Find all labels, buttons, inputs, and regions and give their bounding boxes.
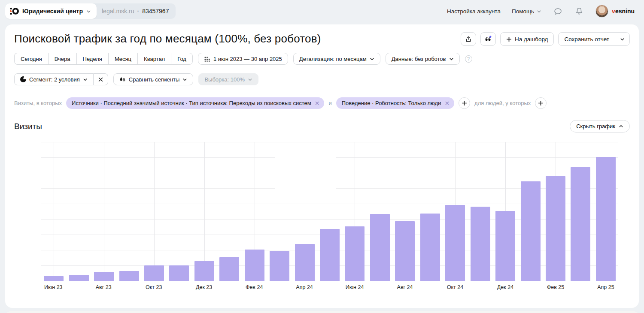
chart-bar-slot[interactable]: [543, 142, 568, 281]
data-mode-dropdown[interactable]: Данные: без роботов: [386, 53, 460, 65]
bar-Окт 24[interactable]: [445, 205, 465, 281]
plus-icon: [462, 100, 467, 106]
x-tick-label: Июн 24: [342, 284, 367, 290]
separator-dot: ·: [137, 8, 139, 15]
chart-bar-slot[interactable]: [342, 142, 367, 281]
plus-icon: [506, 36, 512, 42]
chart-bar-slot[interactable]: [242, 142, 267, 281]
ai-sparkle-icon: [484, 35, 492, 43]
bar-Июл 24[interactable]: [370, 214, 390, 281]
help-question-icon[interactable]: ?: [465, 55, 472, 63]
ai-assistant-button[interactable]: [480, 32, 496, 46]
tab-quarter[interactable]: Квартал: [137, 53, 171, 65]
chart-bar-slot[interactable]: [468, 142, 492, 281]
segment-dropdown[interactable]: Сегмент: 2 условия: [14, 73, 94, 85]
chevron-down-icon: [370, 57, 374, 61]
x-tick-label: [367, 284, 392, 290]
help-menu[interactable]: Помощь: [512, 8, 541, 15]
bar-Янв 25[interactable]: [521, 181, 541, 281]
bar-Май 24[interactable]: [320, 229, 340, 281]
chart-bar-slot[interactable]: [66, 142, 91, 281]
bar-Дек 23[interactable]: [194, 261, 214, 281]
bar-Июл 23[interactable]: [69, 275, 89, 281]
bar-Дек 24[interactable]: [495, 211, 515, 281]
chart-blank-area: [275, 153, 336, 189]
add-to-dashboard-button[interactable]: На дашборд: [500, 32, 554, 46]
chart-bar-slot[interactable]: [167, 142, 191, 281]
chart-bar-slot[interactable]: [192, 142, 217, 281]
tab-month[interactable]: Месяц: [108, 53, 137, 65]
x-tick-label: [568, 284, 593, 290]
chart-bar-slot[interactable]: [91, 142, 116, 281]
bar-Авг 24[interactable]: [395, 221, 415, 281]
bar-Окт 23[interactable]: [144, 265, 164, 281]
account-settings-link[interactable]: Настройка аккаунта: [447, 8, 501, 15]
bar-Ноя 23[interactable]: [169, 265, 189, 281]
tab-today[interactable]: Сегодня: [14, 53, 48, 65]
sampling-dropdown[interactable]: Выборка: 100%: [198, 73, 258, 85]
bar-Сен 24[interactable]: [420, 214, 440, 281]
bar-Сен 23[interactable]: [119, 271, 139, 281]
filter-chip-source[interactable]: Источники · Последний значимый источник …: [66, 97, 324, 109]
chart-x-axis-labels: Июн 23Авг 23Окт 23Дек 23Фев 24Апр 24Июн …: [41, 284, 618, 290]
date-range-picker[interactable]: 1 июн 2023 — 30 апр 2025: [198, 53, 288, 65]
chevron-down-icon: [449, 57, 454, 61]
export-button[interactable]: [461, 32, 476, 46]
chart-plot[interactable]: [41, 142, 618, 281]
x-tick-label: Апр 25: [593, 284, 618, 290]
bar-Июн 23[interactable]: [44, 276, 64, 281]
conjunction-label: и: [328, 100, 331, 106]
filter-chip-robots[interactable]: Поведение · Роботность: Только люди ✕: [336, 97, 454, 109]
remove-filter-icon[interactable]: ✕: [315, 100, 320, 107]
counter-selector[interactable]: Юридический центр: [5, 3, 97, 19]
bar-Янв 24[interactable]: [219, 257, 239, 281]
top-bar: Юридический центр legal.msk.ru · 8345796…: [0, 0, 644, 22]
chart-bar-slot[interactable]: [443, 142, 468, 281]
bar-Фев 25[interactable]: [546, 176, 565, 281]
compare-segments-dropdown[interactable]: Сравнить сегменты: [113, 73, 194, 85]
chart-bar-slot[interactable]: [217, 142, 242, 281]
x-tick-label: [317, 284, 342, 290]
clear-segment-button[interactable]: [94, 73, 108, 85]
remove-filter-icon[interactable]: ✕: [444, 100, 450, 107]
chart-bar-slot[interactable]: [392, 142, 417, 281]
bar-Мар 25[interactable]: [571, 167, 590, 281]
chart-bar-slot[interactable]: [368, 142, 392, 281]
bar-Мар 24[interactable]: [270, 251, 289, 281]
droplets-icon: [119, 76, 126, 83]
bar-Ноя 24[interactable]: [471, 207, 490, 281]
chart-bar-slot[interactable]: [493, 142, 518, 281]
chevron-down-icon: [537, 9, 541, 14]
tab-week[interactable]: Неделя: [76, 53, 108, 65]
x-tick-label: [216, 284, 241, 290]
add-visit-filter-button[interactable]: [459, 97, 470, 109]
page-title: Поисковой трафик за год по месяцам (100%…: [14, 32, 321, 45]
notifications-bell-icon[interactable]: [574, 6, 584, 16]
bar-Авг 23[interactable]: [94, 272, 114, 281]
save-report-button[interactable]: Сохранить отчет: [558, 32, 615, 46]
period-tabs: Сегодня Вчера Неделя Месяц Квартал Год: [14, 53, 193, 65]
chart-bar-slot[interactable]: [418, 142, 443, 281]
x-tick-label: [417, 284, 442, 290]
chart-bar-slot[interactable]: [593, 142, 618, 281]
save-report-dropdown[interactable]: [615, 32, 630, 46]
tab-year[interactable]: Год: [171, 53, 193, 65]
chat-bubble-icon[interactable]: [553, 6, 563, 16]
chart-bar-slot[interactable]: [116, 142, 141, 281]
add-user-filter-button[interactable]: [535, 97, 547, 109]
user-menu[interactable]: vesninu: [595, 5, 635, 18]
detalization-dropdown[interactable]: Детализация: по месяцам: [293, 53, 380, 65]
bar-Апр 24[interactable]: [295, 244, 315, 281]
report-card: Поисковой трафик за год по месяцам (100%…: [5, 24, 639, 308]
bar-Апр 25[interactable]: [596, 157, 616, 281]
chart-bar-slot[interactable]: [568, 142, 593, 281]
chart-bar-slot[interactable]: [142, 142, 167, 281]
chart-bar-slot[interactable]: [518, 142, 543, 281]
hide-chart-button[interactable]: Скрыть график: [570, 120, 630, 132]
chart-bar-slot[interactable]: [41, 142, 66, 281]
bar-Фев 24[interactable]: [245, 250, 264, 281]
chevron-down-icon: [248, 77, 252, 82]
tab-yesterday[interactable]: Вчера: [48, 53, 76, 65]
bar-Июн 24[interactable]: [345, 226, 365, 281]
counter-domain: legal.msk.ru: [102, 8, 134, 15]
